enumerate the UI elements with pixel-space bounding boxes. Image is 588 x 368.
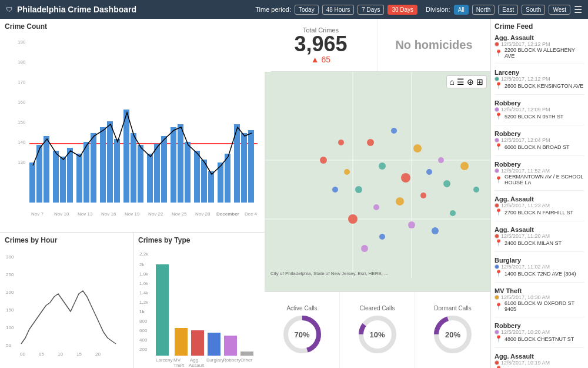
feed-item: Larceny 12/5/2017, 12:12 PM 📍 2600 BLOCK… [495,69,584,95]
crimes-by-type-chart: 2.2k 2k 1.8k 1.6k 1.4k 1.2k 1k 800 600 4… [138,247,266,368]
feed-item: Burglary 12/5/2017, 11:02 AM 📍 1400 BLOC… [495,257,584,283]
feed-crime-type: Agg. Assault [495,34,584,41]
div-east[interactable]: East [498,5,518,15]
cleared-calls-donut: 10% [357,314,398,355]
svg-point-98 [396,197,404,205]
svg-text:130: 130 [18,160,26,165]
cleared-calls-box: Cleared Calls 10% [340,292,415,368]
svg-point-90 [391,128,397,134]
feed-list: Agg. Assault 12/5/2017, 12:12 PM 📍 2200 … [495,34,584,368]
total-crimes-right: No homicides [377,19,490,71]
svg-rect-70 [156,264,169,356]
map-list-icon[interactable]: ☰ [457,77,465,87]
svg-rect-30 [201,160,207,203]
svg-rect-36 [248,130,254,203]
svg-text:2.2k: 2.2k [139,251,149,257]
svg-rect-35 [241,133,247,203]
total-crimes-left: Total Crimes 3,965 ▲ 65 [265,19,377,71]
dormant-calls-donut: 20% [432,314,473,355]
feed-item: MV Theft 12/5/2017, 10:30 AM 📍 6100 BLOC… [495,287,584,317]
svg-text:200: 200 [139,347,148,352]
svg-rect-17 [100,127,106,203]
middle-panel: Total Crimes 3,965 ▲ 65 No homicides [265,19,491,368]
svg-rect-74 [224,336,237,356]
feed-crime-type: Larceny [495,69,584,76]
svg-text:Robbery: Robbery [223,357,240,363]
time-7d[interactable]: 7 Days [358,5,384,15]
feed-time: 12/5/2017, 12:12 PM [495,76,584,82]
svg-text:Nov 7: Nov 7 [31,211,44,217]
svg-text:190: 190 [18,39,26,45]
svg-text:600: 600 [139,328,148,333]
map-area[interactable]: City of Philadelphia, State of New Jerse… [265,72,490,291]
active-calls-box: Active Calls 70% [265,292,340,368]
main-layout: Crime Count 190 180 170 160 150 140 130 [0,19,588,368]
change-value: 65 [322,55,331,64]
div-south[interactable]: South [522,5,545,15]
svg-text:180: 180 [18,59,26,65]
crimes-by-type-panel: Crimes by Type 2.2k 2k 1.8k 1.6k 1.4k 1.… [133,233,271,368]
feed-item: Robbery 12/5/2017, 10:20 AM 📍 4800 BLOCK… [495,322,584,348]
svg-rect-14 [76,154,82,203]
svg-text:Assault: Assault [189,363,205,368]
map-controls[interactable]: ⌂ ☰ ⊕ ⊞ [446,75,487,88]
active-calls-pct: 70% [294,330,309,339]
div-west[interactable]: West [549,5,570,15]
time-today[interactable]: Today [295,5,319,15]
active-calls-donut: 70% [282,314,323,355]
menu-icon[interactable]: ☰ [574,4,582,15]
svg-rect-84 [265,72,490,291]
svg-rect-31 [208,171,214,203]
svg-text:150: 150 [18,120,26,125]
feed-time: 12/5/2017, 10:30 AM [495,294,584,300]
time-48h[interactable]: 48 Hours [322,5,355,15]
svg-point-99 [420,193,426,198]
crime-feed-title: Crime Feed [495,22,584,31]
active-calls-title: Active Calls [286,305,317,311]
bars [29,110,254,203]
map-share-icon[interactable]: ⊕ [467,77,474,87]
svg-point-111 [338,140,344,145]
svg-rect-19 [114,139,120,203]
time-30d[interactable]: 30 Days [387,5,417,15]
svg-point-97 [373,204,379,210]
svg-text:Other: Other [240,357,252,363]
svg-point-91 [413,144,422,152]
div-all[interactable]: All [454,5,469,15]
feed-item: Robbery 12/5/2017, 12:09 PM 📍 5200 BLOCK… [495,100,584,125]
feed-item: Robbery 12/5/2017, 11:52 AM 📍 GERMANTOWN… [495,161,584,191]
calls-section: Active Calls 70% Cleared Calls 10% [265,291,490,368]
feed-time: 12/5/2017, 12:04 PM [495,137,584,143]
svg-rect-12 [60,157,66,203]
header: 🛡 Philadelphia Crime Dashboard Time peri… [0,0,588,19]
map-grid-icon[interactable]: ⊞ [476,77,483,87]
division-label: Division: [426,6,450,13]
div-north[interactable]: North [472,5,495,15]
svg-text:Nov 19: Nov 19 [125,211,140,217]
svg-point-103 [379,234,385,240]
feed-location: 📍 5500 BLOCK OGONTZ AVE [495,366,584,368]
svg-text:December: December [216,211,239,217]
svg-text:800: 800 [139,319,148,324]
svg-rect-24 [154,144,160,203]
no-homicides-text: No homicides [395,38,472,52]
map-svg: City of Philadelphia, State of New Jerse… [265,72,490,291]
total-crimes-change: ▲ 65 [311,55,330,64]
svg-text:Theft: Theft [173,363,185,368]
svg-text:1.4k: 1.4k [139,290,149,296]
svg-rect-22 [138,145,143,203]
map-home-icon[interactable]: ⌂ [450,77,455,87]
svg-point-110 [361,245,368,252]
svg-point-108 [460,162,469,170]
svg-rect-26 [171,127,176,203]
svg-text:150: 150 [6,307,14,313]
feed-crime-type: Robbery [495,100,584,107]
svg-point-104 [408,221,415,228]
svg-text:City of Philadelphia, State of: City of Philadelphia, State of New Jerse… [270,271,388,276]
svg-point-107 [332,187,338,193]
svg-point-89 [367,139,374,146]
svg-rect-33 [225,154,230,203]
crimes-by-hour-chart: 300 250 200 150 100 50 00 05 10 15 20 Ho… [5,247,128,359]
svg-rect-73 [208,333,220,356]
svg-rect-25 [161,136,167,203]
